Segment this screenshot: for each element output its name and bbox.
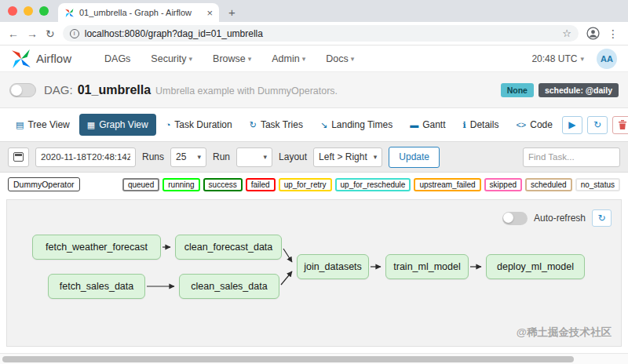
scrollbar-thumb[interactable] [2, 356, 574, 362]
menu-label: Security [151, 53, 186, 64]
code-icon: <> [516, 120, 526, 129]
tab-tree-view[interactable]: ▤ Tree View [8, 114, 78, 136]
legend-state-failed: failed [246, 178, 276, 191]
task-node-clean-sales-data[interactable]: clean_sales_data [179, 274, 279, 299]
tab-gantt[interactable]: ▬ Gantt [402, 114, 453, 136]
zoom-window-button[interactable] [39, 6, 49, 16]
navbar-right: 20:48 UTC ▾ AA [531, 49, 617, 69]
legend-state-skipped: skipped [484, 178, 522, 191]
browser-menu-icon[interactable]: ⋮ [608, 27, 620, 40]
execution-date-input[interactable] [35, 147, 136, 167]
tab-code[interactable]: <> Code [508, 114, 560, 136]
utc-clock-dropdown[interactable]: 20:48 UTC ▾ [531, 53, 584, 64]
filter-bar: Runs 25 ▾ Run ▾ Layout Left > Right ▾ Up… [0, 141, 628, 173]
chevron-down-icon: ▾ [580, 55, 584, 63]
graph-view-icon: ▦ [87, 120, 95, 130]
minimize-window-button[interactable] [24, 6, 33, 16]
run-select[interactable]: ▾ [236, 147, 272, 167]
menu-item-docs[interactable]: Docs ▾ [326, 53, 354, 64]
legend-bar: DummyOperator queued running success fai… [0, 173, 628, 196]
clock-label: 20:48 UTC [531, 53, 577, 64]
menu-item-admin[interactable]: Admin ▾ [272, 53, 305, 64]
update-button[interactable]: Update [389, 147, 440, 168]
bookmark-star-icon[interactable]: ☆ [562, 27, 571, 39]
airflow-favicon [64, 8, 75, 18]
site-info-icon[interactable]: i [70, 29, 79, 38]
airflow-brand[interactable]: Airflow [11, 49, 71, 69]
forward-icon[interactable]: → [27, 28, 38, 39]
chevron-down-icon: ▾ [248, 55, 252, 63]
menu-label: Browse [213, 53, 246, 64]
task-node-clean-forecast-data[interactable]: clean_forecast_data [175, 235, 282, 260]
legend-state-running: running [162, 178, 199, 191]
menu-label: DAGs [104, 53, 130, 64]
tab-label: Task Tries [261, 119, 303, 130]
chevron-down-icon: ▾ [189, 55, 193, 63]
reload-icon[interactable]: ↻ [46, 28, 55, 39]
browser-tab[interactable]: 01_umbrella - Graph - Airflow × [58, 3, 219, 22]
dag-prefix: DAG: [44, 83, 73, 96]
legend-state-up-for-reschedule: up_for_reschedule [335, 178, 411, 191]
browser-window: 01_umbrella - Graph - Airflow × + ← → ↻ … [0, 0, 628, 364]
task-tries-icon: ↻ [250, 120, 257, 130]
chevron-down-icon: ▾ [264, 153, 268, 161]
horizontal-scrollbar [0, 353, 628, 364]
browser-tab-strip: 01_umbrella - Graph - Airflow × + [0, 0, 628, 22]
legend-state-queued: queued [122, 178, 159, 191]
run-state-badge: None [501, 83, 534, 97]
dag-pause-toggle[interactable] [9, 83, 36, 97]
tab-details[interactable]: ℹ Details [455, 114, 507, 136]
address-bar[interactable]: i localhost:8080/graph?dag_id=01_umbrell… [63, 25, 579, 42]
task-node-fetch-sales-data[interactable]: fetch_sales_data [48, 274, 145, 299]
layout-value: Left > Right [319, 151, 367, 162]
task-node-fetch-weather-forecast[interactable]: fetch_weather_forecast [32, 235, 161, 260]
landing-times-icon: ↘ [320, 120, 327, 130]
tab-label: Details [470, 119, 499, 130]
menu-item-security[interactable]: Security ▾ [151, 53, 192, 64]
find-task-input[interactable] [523, 147, 620, 167]
menu-label: Admin [272, 53, 299, 64]
operator-chip: DummyOperator [8, 177, 80, 191]
profile-icon[interactable] [586, 27, 600, 40]
close-window-button[interactable] [8, 6, 17, 16]
tab-graph-view[interactable]: ▦ Graph View [79, 114, 156, 136]
dag-title: DAG: 01_umbrella Umbrella example with D… [44, 83, 338, 97]
auto-refresh-toggle[interactable] [502, 212, 528, 225]
watermark-text: @稀土掘金技术社区 [517, 326, 612, 340]
layout-select[interactable]: Left > Right ▾ [313, 147, 382, 167]
tab-label: Gantt [422, 119, 445, 130]
auto-refresh-controls: Auto-refresh ↻ [502, 209, 612, 227]
tab-landing-times[interactable]: ↘ Landing Times [312, 114, 400, 136]
runs-select[interactable]: 25 ▾ [170, 147, 206, 167]
calendar-button[interactable] [8, 147, 29, 167]
chevron-down-icon: ▾ [302, 55, 306, 63]
legend-state-no-status: no_status [575, 178, 620, 191]
legend-state-upstream-failed: upstream_failed [414, 178, 480, 191]
task-node-join-datasets[interactable]: join_datasets [297, 254, 369, 279]
task-node-deploy-ml-model[interactable]: deploy_ml_model [486, 254, 585, 279]
chevron-down-icon: ▾ [374, 153, 378, 161]
trigger-dag-button[interactable]: ▶ [562, 116, 582, 134]
dag-actions: ▶ ↻ [562, 116, 628, 134]
task-node-train-ml-model[interactable]: train_ml_model [385, 254, 469, 279]
menu-item-dags[interactable]: DAGs [104, 53, 130, 64]
refresh-dag-button[interactable]: ↻ [587, 116, 608, 134]
runs-value: 25 [176, 151, 186, 162]
browser-toolbar: ← → ↻ i localhost:8080/graph?dag_id=01_u… [0, 22, 628, 46]
task-duration-icon: ◔ [166, 120, 171, 129]
layout-label: Layout [279, 151, 307, 162]
brand-label: Airflow [36, 52, 71, 65]
legend-state-up-for-retry: up_for_retry [279, 178, 332, 191]
new-tab-button[interactable]: + [219, 5, 245, 22]
delete-dag-button[interactable] [612, 116, 628, 134]
graph-refresh-button[interactable]: ↻ [592, 209, 612, 227]
run-label: Run [213, 151, 230, 162]
user-avatar[interactable]: AA [597, 49, 617, 69]
chevron-down-icon: ▾ [197, 153, 201, 161]
tab-task-duration[interactable]: ◔ Task Duration [158, 114, 240, 136]
menu-item-browse[interactable]: Browse ▾ [213, 53, 251, 64]
tab-title: 01_umbrella - Graph - Airflow [79, 8, 202, 17]
back-icon[interactable]: ← [8, 28, 19, 39]
tab-task-tries[interactable]: ↻ Task Tries [242, 114, 311, 136]
close-tab-icon[interactable]: × [206, 7, 213, 19]
